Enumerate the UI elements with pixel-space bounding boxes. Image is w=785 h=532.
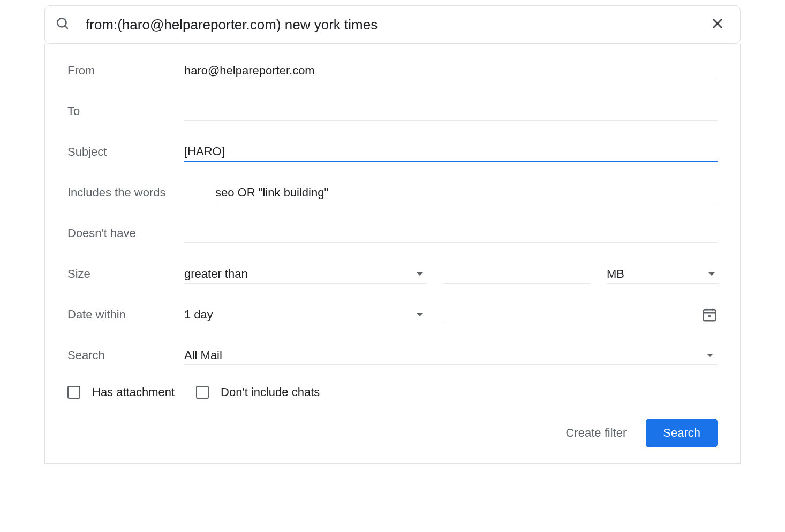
has-attachment-checkbox[interactable] xyxy=(67,386,80,399)
size-unit-value: MB xyxy=(607,267,624,281)
date-row: Date within 1 day xyxy=(67,304,718,325)
from-label: From xyxy=(67,64,184,78)
dont-include-chats-label: Don't include chats xyxy=(221,385,320,399)
size-label: Size xyxy=(67,267,184,281)
advanced-search-panel: From To Subject Includes the words Doesn… xyxy=(44,44,741,464)
search-input[interactable] xyxy=(86,17,706,33)
svg-line-1 xyxy=(65,26,67,28)
chevron-down-icon xyxy=(417,313,423,316)
subject-row: Subject xyxy=(67,141,718,163)
doesnt-have-row: Doesn't have xyxy=(67,223,718,244)
date-range-value: 1 day xyxy=(184,308,213,322)
subject-label: Subject xyxy=(67,145,184,159)
date-range-select[interactable]: 1 day xyxy=(184,305,427,324)
includes-label: Includes the words xyxy=(67,186,215,200)
chevron-down-icon xyxy=(708,272,715,276)
checkbox-row: Has attachment Don't include chats xyxy=(67,385,718,399)
svg-point-0 xyxy=(57,18,66,27)
search-button[interactable]: Search xyxy=(646,419,718,447)
to-row: To xyxy=(67,101,718,122)
doesnt-have-input[interactable] xyxy=(184,224,718,243)
doesnt-have-label: Doesn't have xyxy=(67,226,184,240)
has-attachment-item[interactable]: Has attachment xyxy=(67,385,175,399)
from-row: From xyxy=(67,60,718,81)
date-input[interactable] xyxy=(443,305,685,324)
size-row: Size greater than MB xyxy=(67,263,718,285)
from-input[interactable] xyxy=(184,61,718,80)
size-amount-input[interactable] xyxy=(443,264,591,284)
calendar-icon[interactable] xyxy=(701,307,718,323)
size-operator-value: greater than xyxy=(184,267,248,281)
dont-include-chats-item[interactable]: Don't include chats xyxy=(196,385,320,399)
includes-input[interactable] xyxy=(215,183,718,202)
create-filter-button[interactable]: Create filter xyxy=(566,426,627,440)
chevron-down-icon xyxy=(707,354,713,357)
size-unit-select[interactable]: MB xyxy=(607,264,719,284)
to-label: To xyxy=(67,104,184,118)
includes-row: Includes the words xyxy=(67,182,718,203)
has-attachment-label: Has attachment xyxy=(92,385,175,399)
dont-include-chats-checkbox[interactable] xyxy=(196,386,209,399)
close-icon[interactable] xyxy=(706,16,729,33)
search-location-value: All Mail xyxy=(184,348,222,362)
svg-rect-8 xyxy=(708,315,711,317)
search-location-select[interactable]: All Mail xyxy=(184,346,718,365)
chevron-down-icon xyxy=(417,272,423,276)
size-operator-select[interactable]: greater than xyxy=(184,264,427,284)
search-icon xyxy=(56,17,70,33)
date-label: Date within xyxy=(67,308,184,322)
to-input[interactable] xyxy=(184,102,718,121)
search-location-row: Search All Mail xyxy=(67,345,718,366)
search-location-label: Search xyxy=(67,348,184,362)
search-bar xyxy=(44,5,741,44)
subject-input[interactable] xyxy=(184,142,718,162)
button-row: Create filter Search xyxy=(67,419,718,447)
